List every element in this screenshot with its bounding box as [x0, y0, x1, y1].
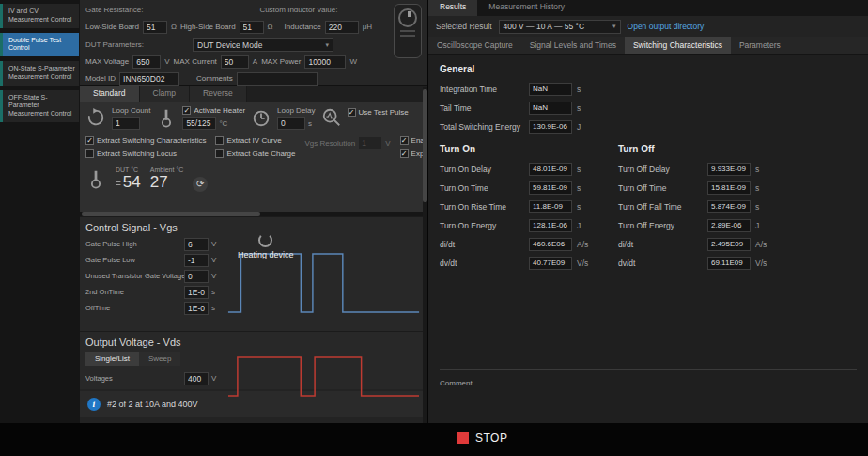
refresh-icon: ⟳ — [196, 179, 204, 189]
loop-count-label: Loop Count — [112, 106, 150, 115]
loop-delay-label: Loop Delay — [277, 106, 315, 115]
sidebar-item-iv-cv-control[interactable]: IV and CV Measurement Control — [0, 4, 79, 28]
row-value[interactable]: 2.495E09 — [707, 238, 751, 251]
gate-pulse-high-input[interactable] — [184, 238, 209, 251]
dut-temp-value: 54 — [123, 173, 141, 191]
dut-device-mode-select[interactable]: DUT Device Mode ▾ — [193, 38, 333, 52]
row-value[interactable]: 5.874E-09 — [707, 200, 751, 213]
second-ontime-input[interactable] — [184, 286, 209, 299]
celsius-unit: °C — [219, 119, 227, 128]
row-value[interactable]: 11.8E-09 — [529, 200, 572, 213]
row-value[interactable]: 15.81E-09 — [707, 181, 751, 195]
row-value[interactable]: 69.11E09 — [707, 257, 751, 270]
checkbox-extract-iv-curve[interactable]: Extract IV Curve — [215, 136, 295, 145]
sidebar-item-on-state-sparam[interactable]: ON-State S-Parameter Measurement Control — [0, 61, 79, 86]
row-unit: s — [577, 85, 581, 94]
info-icon: i — [87, 398, 101, 411]
seconds-unit: s — [308, 119, 312, 128]
comment-section: Comment — [440, 369, 857, 423]
comment-label: Comment — [440, 379, 473, 387]
row-value[interactable]: 9.933E-09 — [707, 163, 751, 176]
loop-delay-input[interactable] — [277, 117, 305, 130]
tab-results[interactable]: Results — [428, 0, 477, 16]
result-row-turn-on-time: Turn On Time 59.81E-09 s — [440, 181, 618, 195]
row-value[interactable]: 128.1E-06 — [529, 219, 572, 232]
inductance-input[interactable] — [325, 21, 359, 34]
tab-signal-levels-and-times[interactable]: Signal Levels and Times — [521, 37, 625, 54]
tab-clamp[interactable]: Clamp — [140, 86, 191, 102]
checkbox-use-test-pulse[interactable]: Use Test Pulse — [348, 108, 409, 117]
stop-button[interactable]: STOP — [457, 432, 507, 445]
voltages-input[interactable] — [184, 372, 209, 385]
row-label: Turn Off Time — [618, 183, 707, 193]
row-value[interactable]: NaN — [529, 102, 572, 115]
result-row-turn-on-energy: Turn On Energy 128.1E-06 J — [440, 218, 618, 232]
gate-resistance-label: Gate Resistance: — [85, 6, 143, 14]
comments-input[interactable] — [237, 72, 318, 86]
tab-single-list[interactable]: Single/List — [85, 352, 139, 366]
max-power-label: MAX Power — [261, 57, 301, 66]
tab-sweep[interactable]: Sweep — [139, 352, 180, 366]
volt-unit: V — [385, 139, 390, 148]
scrollbar-thumb[interactable] — [82, 212, 260, 216]
ambient-temp-label: Ambient °C — [150, 166, 183, 173]
dial-tick — [400, 35, 415, 37]
offtime-input[interactable] — [184, 302, 209, 315]
busy-spinner-icon — [258, 233, 272, 247]
sidebar-item-double-pulse-control[interactable]: Double Pulse Test Control — [0, 33, 79, 57]
inductor-dial[interactable] — [394, 4, 422, 58]
results-subtabs: Oscilloscope Capture Signal Levels and T… — [428, 37, 868, 55]
row-label: Tail Time — [440, 103, 529, 113]
output-voltage-vds-section: Output Voltage - Vds Single/List Sweep V… — [80, 331, 427, 389]
high-side-board-input[interactable] — [240, 21, 264, 34]
heater-temp-input[interactable] — [182, 117, 216, 130]
row-unit: V/s — [755, 259, 767, 268]
heating-device-overlay: Heating device — [238, 233, 294, 259]
tab-oscilloscope-capture[interactable]: Oscilloscope Capture — [428, 37, 521, 54]
gate-pulse-high-label: Gate Pulse High — [85, 240, 181, 248]
loop-count-input[interactable] — [112, 117, 140, 130]
result-row-turn-on-dvdt: dv/dt 40.77E09 V/s — [440, 256, 618, 270]
gate-pulse-low-input[interactable] — [184, 254, 209, 267]
sidebar: IV and CV Measurement Control Double Pul… — [0, 0, 80, 423]
max-current-input[interactable] — [221, 55, 249, 69]
open-output-directory-link[interactable]: Open output directory — [628, 22, 705, 31]
unused-gate-voltage-input[interactable] — [184, 270, 209, 283]
max-voltage-input[interactable] — [132, 55, 161, 69]
tab-reverse[interactable]: Reverse — [190, 86, 247, 102]
refresh-temperature-button[interactable]: ⟳ — [193, 177, 208, 192]
tab-measurement-history[interactable]: Measurement History — [477, 0, 576, 16]
comment-area[interactable] — [440, 389, 857, 427]
horizontal-scrollbar[interactable] — [80, 212, 427, 216]
row-value[interactable]: NaN — [529, 83, 572, 96]
checkbox-activate-heater[interactable]: Activate Heater — [182, 106, 245, 115]
model-id-input[interactable] — [119, 72, 179, 86]
sidebar-item-off-state-sparam[interactable]: OFF-State S-Parameter Measurement Contro… — [0, 90, 79, 122]
low-side-board-label: Low-Side Board — [85, 23, 139, 31]
max-voltage-label: MAX Voltage — [85, 57, 129, 66]
row-value[interactable]: 460.6E06 — [529, 238, 572, 251]
selected-result-select[interactable]: 400 V — 10 A — 55 °C ▾ — [499, 20, 621, 34]
row-value[interactable]: 130.9E-06 — [529, 120, 572, 134]
result-row-turn-off-fall-time: Turn Off Fall Time 5.874E-09 s — [618, 199, 797, 213]
row-value[interactable]: 2.89E-06 — [707, 219, 751, 232]
checkbox-label: Extract Switching Characteristics — [97, 136, 206, 145]
checkbox-extract-switching-locus[interactable]: Extract Switching Locus — [85, 149, 206, 158]
checkbox-extract-gate-charge[interactable]: Extract Gate Charge — [215, 149, 295, 158]
row-value[interactable]: 48.01E-09 — [529, 163, 572, 176]
stop-label: STOP — [475, 432, 507, 445]
volt-unit: V — [164, 57, 169, 66]
tab-switching-characteristics[interactable]: Switching Characteristics — [625, 37, 731, 54]
tab-parameters[interactable]: Parameters — [731, 37, 789, 54]
volt-unit: V — [211, 272, 216, 280]
row-unit: s — [755, 165, 759, 174]
max-power-input[interactable] — [304, 55, 346, 69]
unused-gate-voltage-label: Unused Transistor Gate Voltage — [85, 272, 181, 280]
row-value[interactable]: 59.81E-09 — [529, 181, 572, 195]
checkbox-extract-switching-characteristics[interactable]: Extract Switching Characteristics — [85, 136, 206, 145]
tab-standard[interactable]: Standard — [80, 86, 140, 102]
selected-result-value: 400 V — 10 A — 55 °C — [504, 22, 585, 31]
checkbox-icon — [85, 136, 94, 145]
low-side-board-input[interactable] — [143, 21, 167, 34]
row-value[interactable]: 40.77E09 — [529, 257, 572, 270]
